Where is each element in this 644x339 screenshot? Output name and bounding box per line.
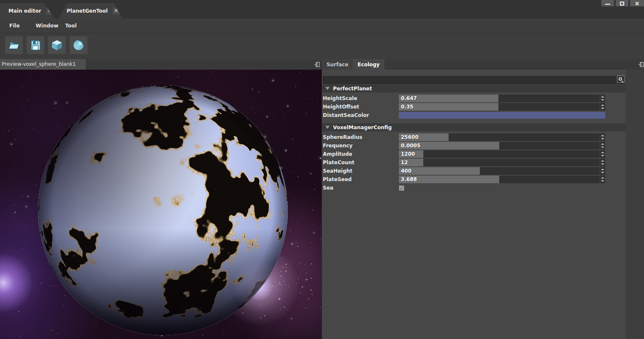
spinner (600, 150, 605, 158)
slider-heightoffset[interactable]: 0.35 (399, 103, 600, 111)
search-row (323, 75, 625, 83)
spinner-down-icon[interactable] (601, 146, 604, 148)
planet-gen-tool-window: Main editor×PlanetGenTool× × FileWindowT… (0, 0, 644, 339)
right-gutter (626, 70, 644, 339)
spinner (600, 142, 605, 149)
minimize-button[interactable] (601, 0, 614, 6)
cube-icon (51, 39, 63, 52)
slider-frequency[interactable]: 0.0005 (399, 142, 600, 149)
titlebar: Main editor×PlanetGenTool× × (0, 0, 644, 19)
spinner-down-icon[interactable] (601, 172, 604, 174)
color-swatch[interactable] (399, 112, 605, 119)
spinner-up-icon[interactable] (601, 104, 604, 106)
save-file-button[interactable] (27, 36, 44, 54)
search-button[interactable] (617, 76, 625, 83)
preview-panel-tab[interactable]: Preview-voxel_sphere_blank1 (0, 59, 86, 70)
close-icon: × (635, 0, 640, 6)
spinner (600, 167, 605, 175)
section-title: PerfectPlanet (333, 86, 372, 92)
menu-file[interactable]: File (9, 23, 20, 29)
section-title: VoxelManagerConfig (333, 125, 392, 130)
property-label: PlateCount (323, 160, 399, 165)
preview-viewport[interactable] (0, 70, 322, 339)
spinner-down-icon[interactable] (601, 99, 604, 101)
property-label: HeightScale (323, 95, 399, 101)
spinner (600, 176, 605, 183)
property-label: SphereRadius (323, 134, 399, 140)
checkbox-sea[interactable]: ✓ (399, 185, 404, 191)
slider-value: 0.0005 (401, 143, 420, 149)
slider-value: 12 (401, 160, 408, 165)
app-tab-label: Main editor (8, 8, 41, 14)
tab-close-icon[interactable]: × (46, 8, 53, 14)
spinner-down-icon[interactable] (601, 155, 604, 157)
spinner-up-icon[interactable] (601, 152, 604, 153)
spinner-up-icon[interactable] (601, 143, 604, 145)
app-tab-planetgentool[interactable]: PlanetGenTool× (59, 3, 123, 19)
property-label: Amplitude (323, 151, 399, 157)
property-label: SeaHeight (323, 168, 399, 174)
property-sections: PerfectPlanetHeightScale0.647HeightOffse… (322, 84, 626, 192)
close-button[interactable]: × (630, 0, 644, 6)
maximize-button[interactable] (616, 0, 628, 6)
dock-pin-icon[interactable] (638, 61, 644, 67)
section-header-perfectplanet[interactable]: PerfectPlanet (322, 84, 626, 92)
slider-amplitude[interactable]: 1200 (399, 150, 600, 158)
minimize-icon (605, 4, 610, 5)
spinner-up-icon[interactable] (601, 168, 604, 170)
spinner (600, 103, 605, 111)
toolbar (0, 34, 644, 59)
spinner-up-icon[interactable] (601, 160, 604, 162)
folder-open-icon (8, 39, 20, 52)
property-label: Frequency (323, 143, 399, 149)
inspector-panel: PerfectPlanetHeightScale0.647HeightOffse… (322, 70, 626, 339)
planet-render[interactable] (0, 70, 322, 339)
property-row-seaheight: SeaHeight400 (322, 167, 626, 175)
property-row-sea: Sea✓ (322, 184, 626, 192)
spinner (600, 95, 605, 102)
spinner (600, 133, 605, 141)
spinner-down-icon[interactable] (601, 163, 604, 165)
property-row-plateseed: PlateSeed3.688 (322, 175, 626, 184)
app-tab-main-editor[interactable]: Main editor× (0, 3, 55, 19)
spinner-down-icon[interactable] (601, 138, 604, 140)
collapse-triangle-icon[interactable] (325, 126, 330, 129)
voxel-cube-button[interactable] (48, 36, 66, 54)
menu-tool[interactable]: Tool (65, 23, 76, 29)
collapse-triangle-icon[interactable] (325, 87, 330, 90)
spinner-down-icon[interactable] (601, 180, 604, 182)
dock-strip: Preview-voxel_sphere_blank1 SurfaceEcolo… (0, 59, 644, 70)
open-file-button[interactable] (5, 36, 23, 54)
inspector-tab-bar: SurfaceEcology (322, 59, 384, 70)
slider-platecount[interactable]: 12 (399, 159, 600, 166)
tab-close-icon[interactable]: × (113, 8, 119, 14)
slider-sphereradius[interactable]: 25600 (399, 133, 600, 141)
app-tab-bar: Main editor×PlanetGenTool× (0, 3, 123, 19)
slider-value: 25600 (401, 134, 419, 140)
property-row-heightoffset: HeightOffset0.35 (322, 103, 626, 111)
section-header-voxelmanagerconfig[interactable]: VoxelManagerConfig (322, 123, 626, 131)
spinner-up-icon[interactable] (601, 135, 604, 136)
spinner-down-icon[interactable] (601, 108, 604, 109)
save-floppy-icon (29, 39, 42, 52)
inspector-tab-ecology[interactable]: Ecology (353, 59, 384, 70)
dock-pin-icon[interactable] (314, 61, 320, 67)
slider-heightscale[interactable]: 0.647 (399, 95, 600, 102)
inspector-tab-surface[interactable]: Surface (322, 59, 353, 70)
slider-seaheight[interactable]: 400 (399, 167, 600, 175)
menu-window[interactable]: Window (36, 23, 59, 29)
spinner-up-icon[interactable] (601, 177, 604, 179)
planet-sphere-button[interactable] (70, 36, 87, 54)
property-row-amplitude: Amplitude1200 (322, 150, 626, 158)
slider-plateseed[interactable]: 3.688 (399, 176, 600, 183)
slider-value: 0.647 (401, 95, 417, 101)
property-row-heightscale: HeightScale0.647 (322, 94, 626, 103)
property-label: Sea (323, 185, 399, 191)
spinner-up-icon[interactable] (601, 96, 604, 98)
property-row-platecount: PlateCount12 (322, 158, 626, 167)
search-input[interactable] (323, 76, 625, 84)
slider-value: 0.35 (401, 104, 414, 110)
spinner (600, 159, 605, 166)
property-row-distantseacolor: DistantSeaColor (322, 111, 626, 119)
window-controls: × (601, 0, 644, 6)
